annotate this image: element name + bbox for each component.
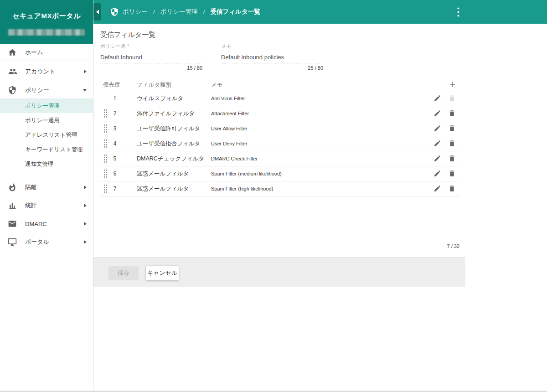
kebab-menu-icon[interactable] (453, 6, 463, 18)
sidebar: セキュアMXポータル ホーム アカウント ポリシー ポリシー管理 ポリシー適用 … (0, 0, 93, 392)
sidebar-item-label: DMARC (25, 221, 47, 227)
row-memo: User Deny Filter (211, 141, 247, 146)
drag-handle-icon[interactable] (103, 109, 108, 118)
collapse-left-icon (96, 10, 99, 14)
column-header-filter-type: フィルタ種別 (137, 81, 171, 89)
delete-button[interactable] (448, 170, 456, 178)
row-priority: 2 (111, 110, 119, 117)
row-filter-type: 添付ファイルフィルタ (137, 110, 195, 118)
flame-icon (8, 183, 18, 192)
delete-button[interactable] (448, 124, 456, 133)
row-memo: Anti Virus Filter (211, 96, 245, 101)
row-priority: 6 (111, 170, 119, 177)
edit-button[interactable] (433, 170, 442, 178)
row-memo: Spam Filter (medium likelihood) (211, 171, 282, 176)
sidebar-subitem-label: キーワードリスト管理 (25, 146, 83, 154)
memo-input[interactable]: Default inbound policies. (221, 54, 323, 63)
breadcrumb-policy-management[interactable]: ポリシー管理 (160, 8, 198, 16)
table-row: 6 迷惑メールフィルタ Spam Filter (medium likeliho… (100, 166, 459, 181)
row-memo: Attachment Filter (211, 111, 249, 116)
row-filter-type: 迷惑メールフィルタ (137, 185, 189, 193)
row-filter-type: ウイルスフィルタ (137, 95, 183, 103)
edit-button[interactable] (433, 109, 442, 118)
main-content: 受信フィルタ一覧 ポリシー名 * Default Inbound 15 / 80… (93, 24, 547, 392)
memo-counter: 25 / 80 (221, 65, 323, 71)
sidebar-item-policy-management[interactable]: ポリシー管理 (0, 98, 93, 113)
edit-button[interactable] (433, 185, 442, 193)
add-filter-button[interactable] (448, 79, 458, 89)
shield-icon (8, 86, 18, 95)
sidebar-item-statistics[interactable]: 統計 (0, 196, 93, 215)
breadcrumb-policy[interactable]: ポリシー (123, 8, 148, 16)
sidebar-item-label: ホーム (25, 48, 43, 57)
row-filter-type: 迷惑メールフィルタ (137, 170, 189, 178)
sidebar-item-policy-apply[interactable]: ポリシー適用 (0, 113, 93, 128)
chevron-down-icon (83, 89, 87, 92)
chevron-right-icon (84, 204, 87, 207)
sidebar-item-home[interactable]: ホーム (0, 44, 93, 61)
drag-handle-icon[interactable] (103, 124, 108, 133)
app-logo-box: セキュアMXポータル (0, 0, 93, 44)
delete-button[interactable] (448, 185, 456, 193)
row-memo: User Allow Filter (211, 126, 247, 131)
column-header-priority: 優先度 (103, 81, 120, 89)
sidebar-item-account[interactable]: アカウント (0, 61, 93, 82)
chevron-right-icon (84, 240, 87, 244)
row-priority: 4 (111, 140, 119, 147)
home-icon (8, 48, 18, 57)
row-priority: 1 (111, 95, 119, 102)
table-row: 3 ユーザ受信許可フィルタ User Allow Filter (100, 121, 459, 136)
chevron-right-icon (84, 222, 87, 226)
drag-handle-icon[interactable] (103, 184, 108, 193)
row-count: 7 / 32 (100, 243, 459, 249)
row-filter-type: ユーザ受信拒否フィルタ (137, 140, 200, 148)
policy-name-counter: 15 / 80 (100, 65, 202, 71)
save-button: 保存 (108, 266, 139, 280)
table-row: 2 添付ファイルフィルタ Attachment Filter (100, 106, 459, 121)
sidebar-item-keyword-list[interactable]: キーワードリスト管理 (0, 142, 93, 157)
memo-field: メモ Default inbound policies. 25 / 80 (221, 43, 323, 71)
delete-button[interactable] (448, 109, 456, 118)
column-header-memo: メモ (211, 81, 223, 89)
policy-name-label: ポリシー名 * (100, 43, 202, 50)
table-row: 4 ユーザ受信拒否フィルタ User Deny Filter (100, 136, 459, 151)
edit-button[interactable] (433, 139, 442, 148)
delete-button[interactable] (448, 139, 456, 148)
sidebar-item-notification[interactable]: 通知文管理 (0, 157, 93, 171)
page-title: 受信フィルタ一覧 (100, 31, 155, 39)
policy-name-input[interactable]: Default Inbound (100, 54, 202, 63)
row-filter-type: ユーザ受信許可フィルタ (137, 125, 200, 133)
sidebar-collapse-button[interactable] (93, 3, 101, 21)
sidebar-item-dmarc[interactable]: DMARC (0, 215, 93, 233)
table-row: 5 DMARCチェックフィルタ DMARC Check Filter (100, 151, 459, 166)
breadcrumb-separator: / (153, 9, 155, 15)
sidebar-item-label: 統計 (25, 201, 37, 210)
chevron-right-icon (84, 70, 87, 73)
edit-button[interactable] (433, 155, 442, 163)
sidebar-item-label: ポリシー (25, 86, 49, 94)
sidebar-subitem-label: アドレスリスト管理 (25, 131, 77, 139)
sidebar-item-address-list[interactable]: アドレスリスト管理 (0, 128, 93, 142)
app-title: セキュアMXポータル (0, 12, 93, 21)
cancel-button[interactable]: キャンセル (146, 266, 179, 280)
drag-handle-icon[interactable] (103, 154, 108, 163)
edit-button[interactable] (433, 124, 442, 133)
app-header: ポリシー / ポリシー管理 / 受信フィルタ一覧 (93, 0, 547, 24)
row-priority: 3 (111, 125, 119, 132)
row-memo: Spam Filter (high likelihood) (211, 186, 273, 191)
chevron-right-icon (84, 186, 87, 189)
filter-table: 優先度 フィルタ種別 メモ 1 ウイルスフィルタ Anti Virus Filt… (100, 77, 459, 196)
edit-button[interactable] (433, 94, 442, 103)
drag-handle-icon[interactable] (103, 139, 108, 148)
drag-handle-icon[interactable] (103, 169, 108, 178)
row-priority: 7 (111, 186, 119, 192)
bar-chart-icon (8, 201, 18, 210)
policy-name-field: ポリシー名 * Default Inbound 15 / 80 (100, 43, 202, 71)
sidebar-item-policy[interactable]: ポリシー (0, 82, 93, 98)
row-priority: 5 (111, 155, 119, 162)
row-filter-type: DMARCチェックフィルタ (137, 155, 204, 163)
shield-icon (110, 7, 119, 16)
delete-button[interactable] (448, 155, 456, 163)
sidebar-item-portal[interactable]: ポータル (0, 233, 93, 251)
sidebar-item-quarantine[interactable]: 隔離 (0, 178, 93, 196)
